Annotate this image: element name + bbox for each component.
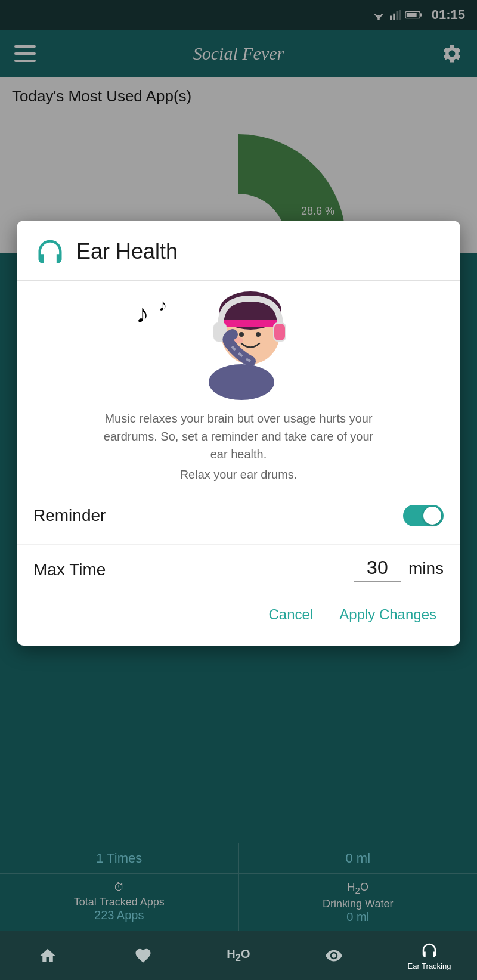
toggle-knob	[423, 507, 441, 525]
time-value[interactable]: 30	[354, 557, 401, 582]
ear-headphone-icon	[420, 941, 438, 959]
music-notes-icon: ♪ ♪	[136, 293, 178, 334]
time-unit: mins	[408, 559, 444, 578]
desc-line3: ear health.	[33, 445, 444, 463]
nav-home[interactable]	[0, 931, 95, 980]
dialog-title: Ear Health	[76, 239, 178, 264]
svg-point-26	[209, 364, 274, 400]
max-time-row: Max Time 30 mins	[17, 551, 460, 594]
dialog-header: Ear Health	[17, 221, 460, 281]
reminder-row: Reminder	[17, 493, 460, 538]
reminder-toggle[interactable]	[403, 505, 444, 526]
svg-point-21	[256, 332, 261, 337]
svg-rect-19	[219, 320, 281, 327]
time-input-area: 30 mins	[354, 557, 444, 582]
apply-button[interactable]: Apply Changes	[332, 601, 444, 628]
dialog-illustration: ♪ ♪	[17, 281, 460, 400]
headphone-icon	[33, 235, 67, 268]
ear-tracking-label: Ear Tracking	[408, 962, 451, 970]
divider	[17, 544, 460, 545]
bottom-nav: H2O Ear Tracking	[0, 931, 477, 980]
ear-health-dialog: Ear Health ♪ ♪	[17, 221, 460, 646]
max-time-label: Max Time	[33, 560, 354, 579]
eye-icon	[325, 947, 343, 965]
nav-health[interactable]	[95, 931, 191, 980]
desc-line1: Music relaxes your brain but over usage …	[33, 410, 444, 427]
svg-text:♪: ♪	[136, 299, 149, 328]
cancel-button[interactable]: Cancel	[262, 601, 321, 628]
svg-point-20	[239, 332, 244, 337]
nav-ear-tracking[interactable]: Ear Tracking	[382, 931, 477, 980]
dialog-actions: Cancel Apply Changes	[17, 594, 460, 640]
dialog-description: Music relaxes your brain but over usage …	[17, 400, 460, 493]
svg-rect-25	[274, 324, 285, 340]
nav-eye[interactable]	[286, 931, 382, 980]
svg-text:♪: ♪	[159, 296, 167, 314]
nav-water[interactable]: H2O	[191, 931, 286, 980]
desc-line2: eardrums. So, set a reminder and take ca…	[33, 427, 444, 445]
desc-line4: Relax your ear drums.	[33, 466, 444, 483]
water-nav-icon: H2O	[227, 947, 250, 964]
home-icon	[39, 947, 57, 965]
heart-icon	[134, 947, 152, 965]
person-illustration	[173, 287, 304, 400]
reminder-label: Reminder	[33, 506, 106, 525]
